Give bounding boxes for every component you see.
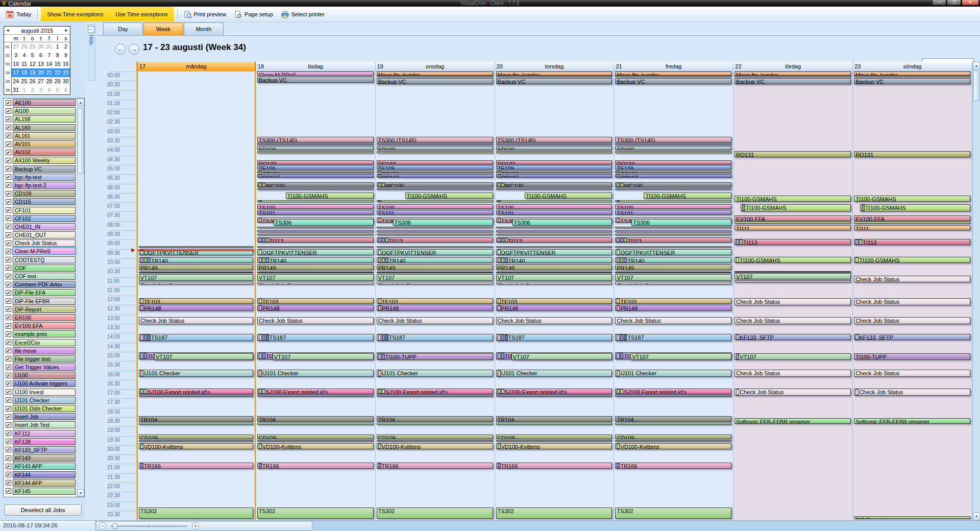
print-preview-button[interactable]: Print preview: [180, 9, 231, 20]
job-checkbox[interactable]: ✔: [6, 430, 11, 436]
event-cd115[interactable]: CD115: [257, 395, 374, 397]
event-ij101-checker[interactable]: IJ101 Checker: [615, 370, 731, 377]
event-move-ftp-kunder[interactable]: Move ftp_kunder: [377, 71, 493, 76]
mini-cal-day[interactable]: 4: [20, 51, 28, 60]
event-ogftpkvittenser[interactable]: OGFTPKVITTENSER: [257, 234, 374, 236]
mini-cal-day[interactable]: 7: [45, 51, 53, 60]
event-bar[interactable]: [615, 272, 731, 273]
event-backup-vc[interactable]: Backup VC: [734, 78, 851, 84]
event-tr104[interactable]: TR104: [139, 416, 253, 422]
job-list-item[interactable]: ✔IJ101 Oslo Checker: [4, 404, 77, 413]
event-cd115[interactable]: CD115: [615, 395, 731, 397]
event-check-job-status[interactable]: Check Job Status: [139, 317, 253, 324]
job-checkbox[interactable]: ✔: [6, 158, 11, 163]
event-ogftpkvittenser[interactable]: OGFTPKVITTENSER: [496, 249, 612, 256]
event-ts302[interactable]: TS302: [615, 508, 731, 519]
event-softronic-efb-efbr-renamer[interactable]: Softronic EFB-EFBR renamer: [496, 423, 612, 425]
job-checkbox[interactable]: ✔: [6, 265, 11, 271]
deselect-all-jobs-button[interactable]: Deselect all Jobs: [4, 504, 82, 516]
scrollbar-thumb[interactable]: [973, 70, 979, 101]
job-color-label[interactable]: DiP-File EFBR: [13, 298, 76, 305]
mini-cal-day[interactable]: 19: [29, 68, 37, 77]
event-ro131[interactable]: RO131: [496, 151, 612, 153]
job-color-label[interactable]: DiP-Report: [13, 306, 76, 313]
mini-cal-day[interactable]: 5: [29, 51, 37, 60]
event-wc100[interactable]: WC100: [496, 182, 612, 187]
job-list-item[interactable]: ✔bgc-ftp-test: [4, 173, 77, 181]
event-tr166[interactable]: TR166: [139, 463, 253, 469]
event-check-job-status[interactable]: Check Job Status: [615, 317, 731, 324]
job-color-label[interactable]: CODTESTQ: [13, 256, 76, 263]
event-ts301[interactable]: TS301: [615, 143, 731, 145]
job-color-label[interactable]: example pres: [13, 330, 76, 337]
mini-cal-day[interactable]: 15: [53, 60, 61, 68]
job-checkbox[interactable]: ✔: [6, 356, 11, 361]
job-color-label[interactable]: AI100: [13, 107, 76, 114]
job-checkbox[interactable]: ✔: [6, 414, 11, 420]
collapse-minus-icon[interactable]: −: [88, 26, 94, 33]
event-clean-m-pres[interactable]: Clean M-PReS: [257, 71, 374, 76]
job-list-item[interactable]: ✔COF test: [4, 272, 77, 280]
event-sj100-export-printed-id-s[interactable]: SJ100 Export printed id's: [257, 389, 374, 394]
event-tf103[interactable]: TF103: [377, 298, 493, 304]
day-events-area[interactable]: Move ftp_kunderClean M-PReSBackup VCRO13…: [853, 71, 972, 520]
event-tr104[interactable]: TR104: [257, 416, 374, 422]
job-checkbox[interactable]: ✔: [6, 125, 11, 130]
event-tr104[interactable]: TR104: [377, 416, 493, 422]
event-move-ftp-kunder[interactable]: Move ftp_kunder: [615, 71, 731, 76]
event-pr146[interactable]: PR146: [257, 230, 374, 232]
event-ts306[interactable]: TS306: [393, 219, 493, 226]
event-cd115[interactable]: CD115: [139, 395, 253, 397]
event-ro133[interactable]: RO133: [615, 160, 731, 164]
prev-month-button[interactable]: ◄: [4, 28, 11, 33]
job-checkbox[interactable]: ✔: [6, 108, 11, 114]
event-ts187[interactable]: TS187: [257, 334, 374, 341]
mini-cal-day[interactable]: 24: [12, 77, 20, 86]
job-checkbox[interactable]: ✔: [6, 290, 11, 296]
job-checkbox[interactable]: ✔: [6, 455, 11, 461]
event-pr148[interactable]: PR148: [257, 305, 374, 311]
event-kf133-sftp[interactable]: KF133_SFTP: [854, 334, 970, 340]
job-list-item[interactable]: ✔AX100 Weekly: [4, 156, 77, 164]
event-sd100[interactable]: SD100: [257, 146, 374, 150]
job-color-label[interactable]: CF102: [13, 215, 76, 222]
mini-cal-day[interactable]: 29: [29, 42, 37, 51]
page-setup-button[interactable]: Page setup: [230, 9, 277, 20]
event-sd100[interactable]: SD100: [496, 146, 612, 150]
job-color-label[interactable]: IJ101 Checker: [13, 397, 76, 404]
event-ts301[interactable]: TS301: [257, 143, 374, 145]
job-color-label[interactable]: AE100: [13, 99, 76, 106]
event-tr166[interactable]: TR166: [377, 463, 493, 469]
event-softronic-efb-efbr-renamer[interactable]: Softronic EFB-EFBR renamer: [139, 423, 253, 425]
event-clean-m-pres[interactable]: Clean M-PReS: [615, 76, 731, 78]
job-list-item[interactable]: ✔Insert Job: [4, 413, 77, 421]
event-ro131[interactable]: RO131: [615, 151, 731, 153]
event-ti113[interactable]: TI113: [496, 237, 612, 243]
job-color-label[interactable]: COF test: [13, 273, 76, 280]
event-tr104[interactable]: TR104: [615, 416, 731, 422]
job-list-item[interactable]: ✔KF133_SFTP: [4, 446, 77, 454]
mini-cal-day[interactable]: 28: [45, 77, 53, 86]
job-checkbox[interactable]: ✔: [6, 141, 11, 147]
event-ij101-checker[interactable]: IJ101 Checker: [377, 370, 493, 377]
job-list-item[interactable]: ✔AV101: [4, 140, 77, 148]
event-tr140[interactable]: TR140: [257, 257, 374, 263]
event-ogftpkvittenser[interactable]: OGFTPKVITTENSER: [615, 249, 731, 256]
event-wc100[interactable]: WC100: [257, 182, 374, 187]
event-backup-vc[interactable]: Backup VC: [257, 77, 374, 83]
event-pr146[interactable]: PR146: [496, 230, 612, 232]
mini-cal-day[interactable]: 12: [29, 60, 37, 68]
event-check-job-status[interactable]: Check Job Status: [496, 317, 612, 324]
job-checkbox[interactable]: ✔: [6, 389, 11, 395]
event-ev100-efa[interactable]: EV100 EFA: [734, 215, 851, 221]
job-list-item[interactable]: ✔Insert Job Test: [4, 421, 77, 429]
job-checkbox[interactable]: ✔: [6, 439, 11, 444]
event-ts101[interactable]: TS101: [377, 210, 493, 215]
job-list-item[interactable]: ✔AL161: [4, 132, 77, 140]
mini-cal-day[interactable]: 6: [37, 51, 45, 60]
event-ti100-gsmahs[interactable]: TI100-GSMAHS: [734, 257, 851, 263]
event-vd100-kvittens[interactable]: VD100-Kvittens: [377, 443, 493, 449]
event-dip-report[interactable]: DiP-Report: [854, 516, 970, 519]
event-sj100-export-printed-id-s[interactable]: SJ100 Export printed id's: [615, 389, 731, 394]
event-ti100-gsmahs[interactable]: TI100-GSMAHS: [734, 222, 851, 224]
